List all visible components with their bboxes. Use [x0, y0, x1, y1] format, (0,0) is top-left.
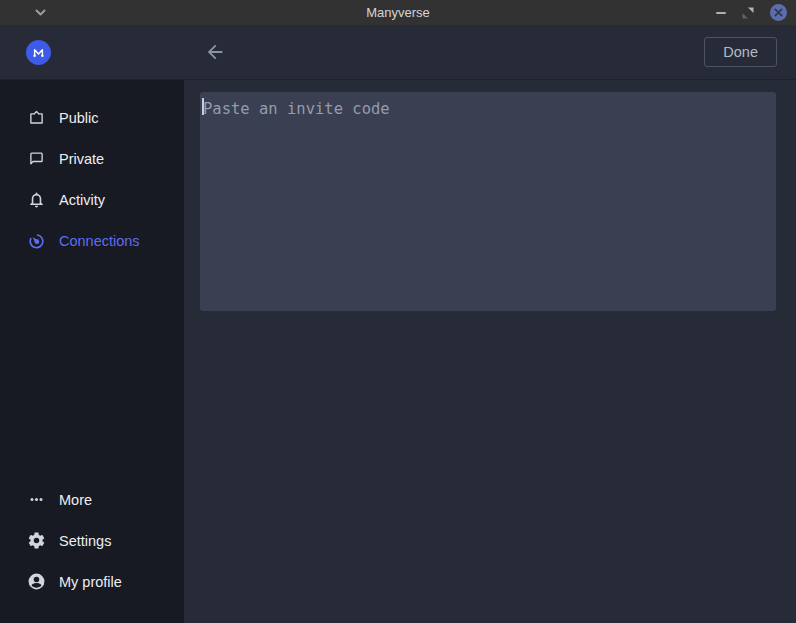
sidebar-item-label: Settings	[59, 533, 111, 549]
header: Done	[0, 25, 796, 80]
invite-code-input[interactable]	[200, 92, 776, 311]
sidebar-item-private[interactable]: Private	[0, 138, 184, 179]
sidebar-item-more[interactable]: More	[0, 479, 184, 520]
sidebar-item-activity[interactable]: Activity	[0, 179, 184, 220]
done-button[interactable]: Done	[704, 37, 777, 67]
sidebar-item-label: Private	[59, 151, 104, 167]
message-outline-icon	[27, 149, 46, 168]
restore-icon[interactable]	[742, 7, 754, 19]
back-button[interactable]	[202, 39, 228, 65]
bell-outline-icon	[27, 190, 46, 209]
logo-zone	[0, 40, 184, 65]
gear-icon	[27, 531, 46, 550]
sidebar-item-label: Activity	[59, 192, 105, 208]
sidebar-item-connections[interactable]: Connections	[0, 220, 184, 261]
chevron-down-icon	[34, 8, 47, 17]
sidebar-item-label: More	[59, 492, 92, 508]
sidebar-item-my-profile[interactable]: My profile	[0, 561, 184, 602]
home-outline-icon	[27, 108, 46, 127]
account-circle-icon	[27, 572, 46, 591]
titlebar: Manyverse	[0, 0, 796, 25]
sidebar-item-label: Connections	[59, 233, 140, 249]
sidebar-item-public[interactable]: Public	[0, 97, 184, 138]
arrow-left-icon	[204, 41, 226, 63]
sidebar-item-label: Public	[59, 110, 99, 126]
main-content	[184, 80, 796, 623]
window-title: Manyverse	[0, 5, 796, 20]
sidebar-item-settings[interactable]: Settings	[0, 520, 184, 561]
window-controls	[716, 0, 787, 25]
sidebar: Public Private Activity	[0, 80, 184, 623]
app-body: Public Private Activity	[0, 80, 796, 623]
close-icon[interactable]	[770, 4, 787, 21]
manyverse-logo	[26, 40, 51, 65]
gauge-icon	[27, 231, 46, 250]
minimize-icon[interactable]	[716, 12, 726, 14]
sidebar-item-label: My profile	[59, 574, 122, 590]
sidebar-spacer	[0, 261, 184, 479]
dots-horizontal-icon	[27, 490, 46, 509]
window-menu-button[interactable]	[34, 8, 47, 17]
